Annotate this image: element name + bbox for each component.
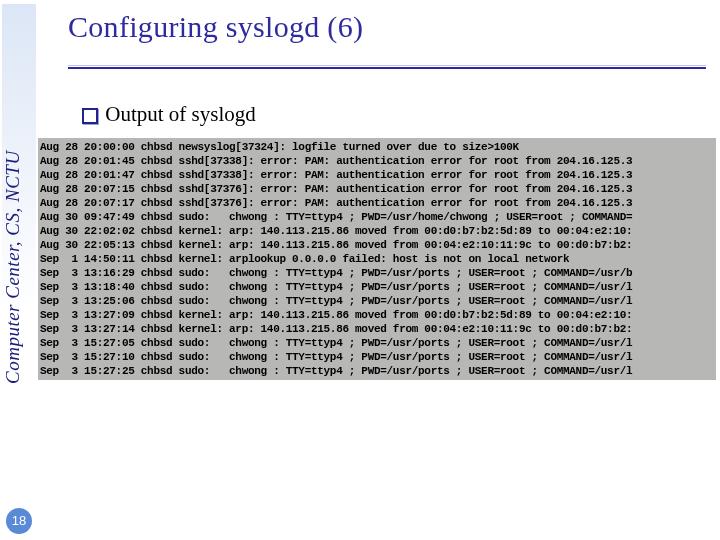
bullet-output: Output of syslogd xyxy=(82,102,256,127)
bullet-square-icon xyxy=(82,108,100,122)
bullet-text: Output of syslogd xyxy=(105,102,256,126)
page-title: Configuring syslogd (6) xyxy=(68,10,363,44)
title-underline xyxy=(68,65,706,69)
sidebar-label: Computer Center, CS, NCTU xyxy=(2,4,36,388)
page-number-badge: 18 xyxy=(6,508,32,534)
terminal-output: Aug 28 20:00:00 chbsd newsyslog[37324]: … xyxy=(38,138,716,380)
